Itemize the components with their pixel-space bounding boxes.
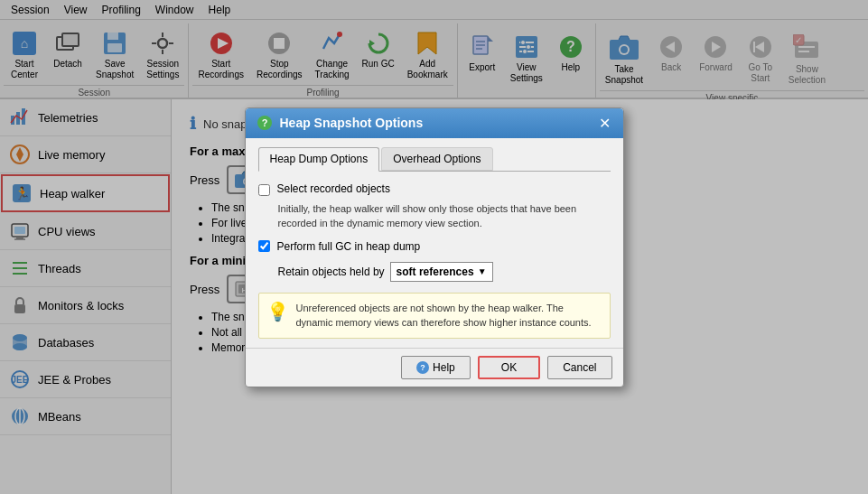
warning-box: 💡 Unreferenced objects are not shown by … <box>258 293 611 339</box>
dialog-title: Heap Snapshot Options <box>280 116 424 130</box>
warning-text: Unreferenced objects are not shown by th… <box>296 301 602 331</box>
svg-text:?: ? <box>261 117 267 128</box>
option-gc-label[interactable]: Perform full GC in heap dump <box>277 240 421 253</box>
dialog-help-label: Help <box>433 361 455 374</box>
dialog-close-button[interactable]: ✕ <box>597 115 612 132</box>
tab-heap-dump[interactable]: Heap Dump Options <box>258 147 380 172</box>
dialog-help-button[interactable]: ? Help <box>401 356 471 379</box>
heap-snapshot-dialog: ? Heap Snapshot Options ✕ Heap Dump Opti… <box>245 107 624 387</box>
dialog-body: Heap Dump Options Overhead Options Selec… <box>246 138 623 348</box>
dialog-footer: ? Help OK Cancel <box>246 348 623 387</box>
help-circle-icon: ? <box>416 361 429 374</box>
dialog-tab-bar: Heap Dump Options Overhead Options <box>258 147 611 172</box>
retain-label: Retain objects held by <box>278 266 385 278</box>
option-recorded-label[interactable]: Select recorded objects <box>277 182 390 195</box>
dialog-cancel-button[interactable]: Cancel <box>547 356 611 379</box>
retain-dropdown[interactable]: soft references ▼ <box>390 262 493 282</box>
tab-overhead[interactable]: Overhead Options <box>381 147 492 171</box>
retain-value: soft references <box>397 266 474 278</box>
option-recorded-row: Select recorded objects <box>258 182 611 196</box>
dialog-ok-button[interactable]: OK <box>478 356 540 379</box>
dialog-titlebar: ? Heap Snapshot Options ✕ <box>246 108 623 138</box>
option-recorded-desc: Initially, the heap walker will show onl… <box>278 201 611 231</box>
option-gc-checkbox[interactable] <box>258 240 270 252</box>
warning-icon: 💡 <box>266 301 289 322</box>
dialog-overlay: ? Heap Snapshot Options ✕ Heap Dump Opti… <box>0 0 868 494</box>
dialog-title-icon: ? <box>257 115 273 131</box>
retain-arrow: ▼ <box>478 266 487 276</box>
option-recorded-checkbox[interactable] <box>258 184 270 196</box>
retain-row: Retain objects held by soft references ▼ <box>278 262 611 282</box>
option-gc-row: Perform full GC in heap dump <box>258 240 611 253</box>
